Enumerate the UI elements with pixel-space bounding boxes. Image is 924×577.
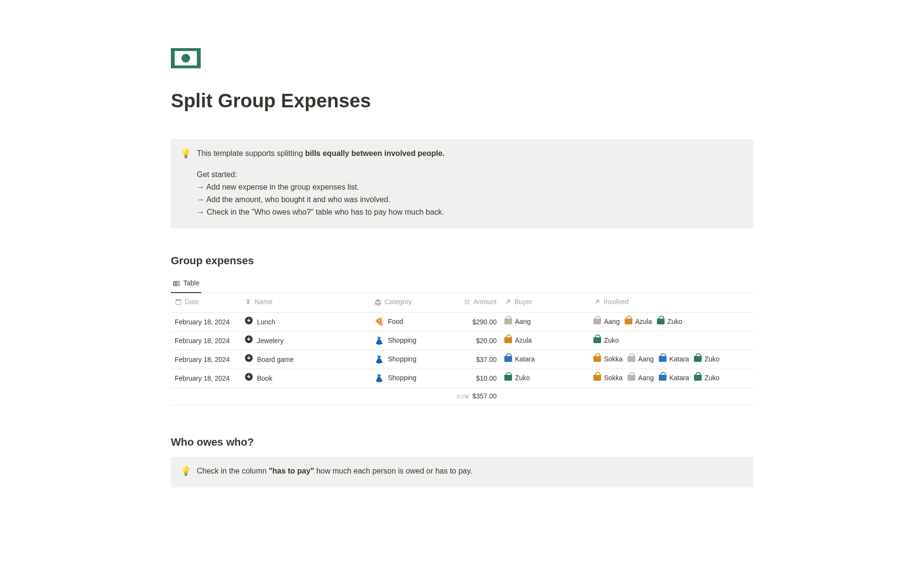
col-date[interactable]: Date — [171, 293, 241, 313]
col-name[interactable]: Name — [241, 293, 371, 313]
bag-icon — [659, 356, 667, 362]
number-icon — [463, 298, 471, 306]
person-chip[interactable]: Azula — [625, 317, 652, 327]
bag-icon — [593, 375, 601, 381]
group-expenses-heading: Group expenses — [171, 253, 753, 269]
col-amount[interactable]: Amount — [448, 293, 500, 313]
step-3: → Check in the "Who owes who?" table who… — [197, 206, 744, 218]
cell-amount: $37.00 — [448, 350, 500, 369]
relation-icon — [593, 298, 601, 306]
text-icon — [244, 298, 252, 306]
col-category[interactable]: Category — [371, 293, 448, 313]
bag-icon — [694, 356, 702, 362]
cell-involved: Zuko — [590, 332, 753, 350]
bag-icon — [628, 356, 635, 362]
col-involved[interactable]: Involved — [590, 293, 753, 313]
cell-name[interactable]: Jewelery — [241, 332, 371, 350]
person-chip[interactable]: Katara — [659, 373, 689, 383]
table-row[interactable]: February 18, 2024Board game👗Shopping$37.… — [171, 350, 753, 369]
cell-buyer: Zuko — [500, 369, 590, 388]
owes-callout: 💡 Check in the column "has to pay" how m… — [171, 457, 753, 487]
lightbulb-icon: 💡 — [180, 465, 191, 478]
category-emoji-icon: 🍕 — [374, 318, 384, 326]
bag-icon — [659, 375, 667, 381]
cell-category: 👗Shopping — [371, 332, 448, 350]
table-row[interactable]: February 18, 2024Lunch🍕Food$290.00AangAa… — [171, 313, 753, 332]
cell-amount: $290.00 — [448, 313, 500, 332]
bag-icon — [593, 319, 601, 324]
tab-table-label: Table — [183, 278, 199, 288]
stack-icon — [374, 298, 382, 306]
category-emoji-icon: 👗 — [374, 356, 384, 363]
owes-heading: Who owes who? — [171, 434, 753, 450]
cell-buyer: Katara — [500, 350, 590, 369]
person-chip[interactable]: Zuko — [694, 354, 719, 364]
cell-involved: AangAzulaZuko — [590, 313, 753, 332]
cell-date: February 18, 2024 — [171, 332, 241, 350]
person-chip[interactable]: Sokka — [593, 373, 623, 383]
cell-name[interactable]: Board game — [241, 350, 371, 369]
cell-involved: SokkaAangKataraZuko — [590, 350, 753, 369]
lightbulb-icon: 💡 — [180, 148, 191, 219]
person-chip[interactable]: Katara — [659, 354, 689, 364]
category-emoji-icon: 👗 — [374, 374, 384, 382]
cell-involved: SokkaAangKataraZuko — [590, 369, 753, 388]
bag-icon — [504, 356, 512, 362]
person-chip[interactable]: Zuko — [593, 335, 619, 346]
cell-date: February 18, 2024 — [171, 313, 241, 332]
category-emoji-icon: 👗 — [374, 337, 384, 345]
calendar-icon — [175, 298, 182, 306]
cell-category: 👗Shopping — [371, 369, 448, 388]
bag-icon — [628, 375, 635, 381]
get-started-label: Get started: — [197, 169, 744, 180]
person-chip[interactable]: Zuko — [657, 317, 682, 327]
person-chip[interactable]: Aang — [593, 317, 620, 327]
cell-name[interactable]: Book — [241, 369, 371, 388]
bag-icon — [504, 375, 512, 381]
money-icon — [171, 48, 201, 68]
table-icon — [173, 280, 180, 287]
cell-amount: $20.00 — [448, 332, 500, 350]
page-icon — [244, 316, 253, 328]
page-icon — [244, 372, 253, 384]
person-chip[interactable]: Aang — [628, 354, 654, 364]
page-title: Split Group Expenses — [171, 86, 753, 115]
bag-icon — [504, 337, 512, 343]
cell-amount: $10.00 — [448, 369, 500, 388]
tab-table[interactable]: Table — [171, 275, 201, 293]
cell-category: 👗Shopping — [371, 350, 448, 369]
person-chip[interactable]: Zuko — [504, 373, 530, 383]
cell-name[interactable]: Lunch — [241, 313, 371, 332]
view-tabs: Table — [171, 275, 753, 293]
owes-text: Check in the column "has to pay" how muc… — [197, 465, 744, 477]
col-buyer[interactable]: Buyer — [500, 293, 590, 313]
bag-icon — [593, 356, 601, 362]
cell-date: February 18, 2024 — [171, 350, 241, 369]
bag-icon — [625, 319, 632, 324]
person-chip[interactable]: Aang — [628, 373, 654, 383]
person-chip[interactable]: Sokka — [593, 354, 623, 364]
table-row[interactable]: February 18, 2024Book👗Shopping$10.00Zuko… — [171, 369, 753, 388]
page-icon — [244, 335, 253, 346]
person-chip[interactable]: Aang — [504, 317, 531, 327]
relation-icon — [504, 298, 512, 306]
intro-callout: 💡 This template supports splitting bills… — [171, 139, 753, 229]
cell-date: February 18, 2024 — [171, 369, 241, 388]
expenses-table: Date Name Category Amount Buyer Involved… — [171, 293, 753, 405]
bag-icon — [593, 337, 601, 343]
bag-icon — [657, 319, 665, 324]
intro-line: This template supports splitting bills e… — [197, 148, 744, 159]
cell-category: 🍕Food — [371, 313, 448, 332]
person-chip[interactable]: Zuko — [694, 373, 719, 383]
cell-buyer: Aang — [500, 313, 590, 332]
table-row[interactable]: February 18, 2024Jewelery👗Shopping$20.00… — [171, 332, 753, 350]
bag-icon — [504, 319, 512, 324]
page-icon — [244, 354, 253, 365]
sum-cell: SUM$357.00 — [448, 388, 500, 405]
person-chip[interactable]: Azula — [504, 335, 532, 346]
cell-buyer: Azula — [500, 332, 590, 350]
bag-icon — [694, 375, 702, 381]
step-1: → Add new expense in the group expenses … — [197, 181, 744, 193]
person-chip[interactable]: Katara — [504, 354, 535, 364]
step-2: → Add the amount, who bought it and who … — [197, 194, 744, 205]
